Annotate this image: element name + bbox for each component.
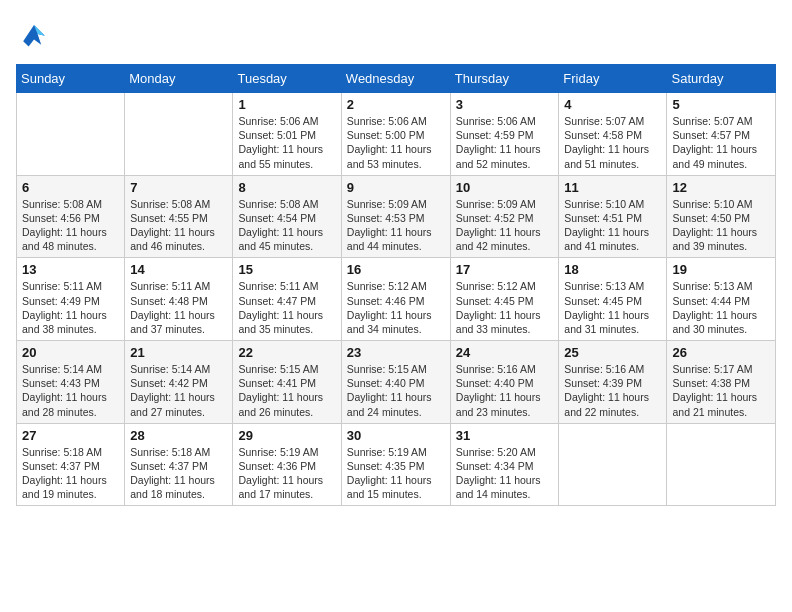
- calendar-cell: 30Sunrise: 5:19 AM Sunset: 4:35 PM Dayli…: [341, 423, 450, 506]
- weekday-header-tuesday: Tuesday: [233, 65, 341, 93]
- day-info: Sunrise: 5:20 AM Sunset: 4:34 PM Dayligh…: [456, 445, 554, 502]
- weekday-header-wednesday: Wednesday: [341, 65, 450, 93]
- day-info: Sunrise: 5:16 AM Sunset: 4:40 PM Dayligh…: [456, 362, 554, 419]
- day-number: 18: [564, 262, 661, 277]
- calendar-week-row: 27Sunrise: 5:18 AM Sunset: 4:37 PM Dayli…: [17, 423, 776, 506]
- weekday-header-friday: Friday: [559, 65, 667, 93]
- calendar-cell: 27Sunrise: 5:18 AM Sunset: 4:37 PM Dayli…: [17, 423, 125, 506]
- calendar-week-row: 13Sunrise: 5:11 AM Sunset: 4:49 PM Dayli…: [17, 258, 776, 341]
- day-number: 8: [238, 180, 335, 195]
- day-number: 2: [347, 97, 445, 112]
- day-number: 1: [238, 97, 335, 112]
- calendar-cell: 4Sunrise: 5:07 AM Sunset: 4:58 PM Daylig…: [559, 93, 667, 176]
- calendar-cell: 31Sunrise: 5:20 AM Sunset: 4:34 PM Dayli…: [450, 423, 559, 506]
- header: [16, 16, 776, 52]
- day-number: 12: [672, 180, 770, 195]
- day-info: Sunrise: 5:19 AM Sunset: 4:35 PM Dayligh…: [347, 445, 445, 502]
- day-number: 14: [130, 262, 227, 277]
- day-info: Sunrise: 5:10 AM Sunset: 4:50 PM Dayligh…: [672, 197, 770, 254]
- day-number: 13: [22, 262, 119, 277]
- calendar-cell: 15Sunrise: 5:11 AM Sunset: 4:47 PM Dayli…: [233, 258, 341, 341]
- calendar-cell: 11Sunrise: 5:10 AM Sunset: 4:51 PM Dayli…: [559, 175, 667, 258]
- day-info: Sunrise: 5:16 AM Sunset: 4:39 PM Dayligh…: [564, 362, 661, 419]
- calendar-cell: 18Sunrise: 5:13 AM Sunset: 4:45 PM Dayli…: [559, 258, 667, 341]
- day-info: Sunrise: 5:12 AM Sunset: 4:45 PM Dayligh…: [456, 279, 554, 336]
- day-info: Sunrise: 5:11 AM Sunset: 4:49 PM Dayligh…: [22, 279, 119, 336]
- calendar-cell: 12Sunrise: 5:10 AM Sunset: 4:50 PM Dayli…: [667, 175, 776, 258]
- day-number: 19: [672, 262, 770, 277]
- calendar-cell: 16Sunrise: 5:12 AM Sunset: 4:46 PM Dayli…: [341, 258, 450, 341]
- day-number: 28: [130, 428, 227, 443]
- calendar-cell: 1Sunrise: 5:06 AM Sunset: 5:01 PM Daylig…: [233, 93, 341, 176]
- calendar-cell: 26Sunrise: 5:17 AM Sunset: 4:38 PM Dayli…: [667, 341, 776, 424]
- calendar-cell: 6Sunrise: 5:08 AM Sunset: 4:56 PM Daylig…: [17, 175, 125, 258]
- calendar-cell: 9Sunrise: 5:09 AM Sunset: 4:53 PM Daylig…: [341, 175, 450, 258]
- calendar-cell: [17, 93, 125, 176]
- calendar-cell: 7Sunrise: 5:08 AM Sunset: 4:55 PM Daylig…: [125, 175, 233, 258]
- day-info: Sunrise: 5:14 AM Sunset: 4:42 PM Dayligh…: [130, 362, 227, 419]
- day-number: 21: [130, 345, 227, 360]
- day-info: Sunrise: 5:08 AM Sunset: 4:55 PM Dayligh…: [130, 197, 227, 254]
- logo-bird-icon: [16, 16, 52, 52]
- calendar-week-row: 6Sunrise: 5:08 AM Sunset: 4:56 PM Daylig…: [17, 175, 776, 258]
- day-info: Sunrise: 5:10 AM Sunset: 4:51 PM Dayligh…: [564, 197, 661, 254]
- calendar-cell: 3Sunrise: 5:06 AM Sunset: 4:59 PM Daylig…: [450, 93, 559, 176]
- calendar-cell: 13Sunrise: 5:11 AM Sunset: 4:49 PM Dayli…: [17, 258, 125, 341]
- day-info: Sunrise: 5:09 AM Sunset: 4:53 PM Dayligh…: [347, 197, 445, 254]
- day-info: Sunrise: 5:15 AM Sunset: 4:41 PM Dayligh…: [238, 362, 335, 419]
- day-number: 7: [130, 180, 227, 195]
- day-info: Sunrise: 5:09 AM Sunset: 4:52 PM Dayligh…: [456, 197, 554, 254]
- weekday-header-monday: Monday: [125, 65, 233, 93]
- day-number: 17: [456, 262, 554, 277]
- day-info: Sunrise: 5:18 AM Sunset: 4:37 PM Dayligh…: [130, 445, 227, 502]
- day-number: 6: [22, 180, 119, 195]
- calendar-cell: 14Sunrise: 5:11 AM Sunset: 4:48 PM Dayli…: [125, 258, 233, 341]
- day-number: 11: [564, 180, 661, 195]
- calendar-cell: 10Sunrise: 5:09 AM Sunset: 4:52 PM Dayli…: [450, 175, 559, 258]
- calendar-cell: 22Sunrise: 5:15 AM Sunset: 4:41 PM Dayli…: [233, 341, 341, 424]
- calendar-cell: 17Sunrise: 5:12 AM Sunset: 4:45 PM Dayli…: [450, 258, 559, 341]
- calendar-cell: 2Sunrise: 5:06 AM Sunset: 5:00 PM Daylig…: [341, 93, 450, 176]
- day-info: Sunrise: 5:19 AM Sunset: 4:36 PM Dayligh…: [238, 445, 335, 502]
- day-info: Sunrise: 5:15 AM Sunset: 4:40 PM Dayligh…: [347, 362, 445, 419]
- calendar-cell: 23Sunrise: 5:15 AM Sunset: 4:40 PM Dayli…: [341, 341, 450, 424]
- calendar-cell: [559, 423, 667, 506]
- day-info: Sunrise: 5:18 AM Sunset: 4:37 PM Dayligh…: [22, 445, 119, 502]
- day-number: 5: [672, 97, 770, 112]
- day-number: 25: [564, 345, 661, 360]
- weekday-header-sunday: Sunday: [17, 65, 125, 93]
- weekday-header-thursday: Thursday: [450, 65, 559, 93]
- day-info: Sunrise: 5:13 AM Sunset: 4:45 PM Dayligh…: [564, 279, 661, 336]
- calendar-table: SundayMondayTuesdayWednesdayThursdayFrid…: [16, 64, 776, 506]
- day-info: Sunrise: 5:07 AM Sunset: 4:57 PM Dayligh…: [672, 114, 770, 171]
- day-number: 16: [347, 262, 445, 277]
- calendar-cell: 20Sunrise: 5:14 AM Sunset: 4:43 PM Dayli…: [17, 341, 125, 424]
- day-number: 29: [238, 428, 335, 443]
- calendar-cell: 25Sunrise: 5:16 AM Sunset: 4:39 PM Dayli…: [559, 341, 667, 424]
- calendar-cell: 28Sunrise: 5:18 AM Sunset: 4:37 PM Dayli…: [125, 423, 233, 506]
- day-number: 27: [22, 428, 119, 443]
- day-info: Sunrise: 5:06 AM Sunset: 5:01 PM Dayligh…: [238, 114, 335, 171]
- day-number: 31: [456, 428, 554, 443]
- day-info: Sunrise: 5:08 AM Sunset: 4:56 PM Dayligh…: [22, 197, 119, 254]
- day-number: 4: [564, 97, 661, 112]
- day-number: 24: [456, 345, 554, 360]
- calendar-header-row: SundayMondayTuesdayWednesdayThursdayFrid…: [17, 65, 776, 93]
- day-info: Sunrise: 5:17 AM Sunset: 4:38 PM Dayligh…: [672, 362, 770, 419]
- day-info: Sunrise: 5:07 AM Sunset: 4:58 PM Dayligh…: [564, 114, 661, 171]
- svg-marker-0: [23, 25, 45, 47]
- day-number: 3: [456, 97, 554, 112]
- weekday-header-saturday: Saturday: [667, 65, 776, 93]
- day-info: Sunrise: 5:06 AM Sunset: 4:59 PM Dayligh…: [456, 114, 554, 171]
- calendar-cell: 19Sunrise: 5:13 AM Sunset: 4:44 PM Dayli…: [667, 258, 776, 341]
- day-info: Sunrise: 5:13 AM Sunset: 4:44 PM Dayligh…: [672, 279, 770, 336]
- calendar-cell: 24Sunrise: 5:16 AM Sunset: 4:40 PM Dayli…: [450, 341, 559, 424]
- logo: [16, 16, 56, 52]
- day-number: 20: [22, 345, 119, 360]
- day-number: 23: [347, 345, 445, 360]
- calendar-cell: [125, 93, 233, 176]
- day-number: 30: [347, 428, 445, 443]
- calendar-cell: 21Sunrise: 5:14 AM Sunset: 4:42 PM Dayli…: [125, 341, 233, 424]
- calendar-cell: 8Sunrise: 5:08 AM Sunset: 4:54 PM Daylig…: [233, 175, 341, 258]
- calendar-cell: 5Sunrise: 5:07 AM Sunset: 4:57 PM Daylig…: [667, 93, 776, 176]
